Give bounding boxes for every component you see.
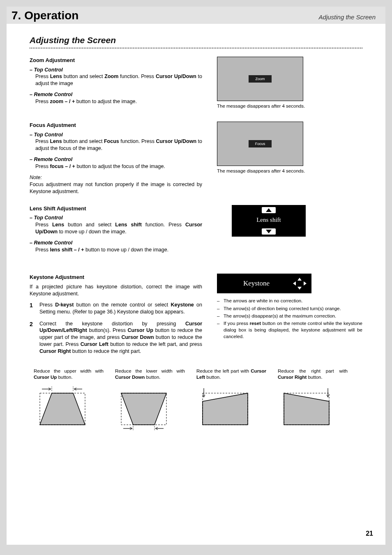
content: Adjusting the Screen Zoom Adjustment – T… — [7, 24, 385, 431]
diagram-4: Reduce the right part with Cursor Right … — [278, 368, 348, 431]
zoom-caption: The message disappears after 4 seconds. — [217, 104, 362, 108]
keystone-bullet-4: If you press reset button on the remote … — [224, 320, 362, 340]
keystone-osd-box: Keystone — [217, 274, 311, 293]
keystone-section: Keystone Adjustment If a projected pictu… — [30, 274, 362, 359]
keystone-steps: 1Press D-keyst button on the remote cont… — [30, 302, 202, 355]
lens-top-label: – Top Control — [30, 214, 202, 221]
focus-section: Focus Adjustment – Top Control Press Len… — [30, 122, 362, 199]
zoom-top-label: – Top Control — [30, 67, 202, 74]
focus-remote-label: – Remote Control — [30, 156, 202, 163]
focus-osd-box: Focus — [217, 122, 303, 166]
header-bar: 7. Operation Adjusting the Screen — [7, 7, 385, 24]
lens-osd-label: Lens shift — [232, 215, 305, 227]
dotted-separator — [30, 48, 362, 48]
lens-remote-body: Press lens shift – / + button to move up… — [30, 246, 202, 253]
focus-top-label: – Top Control — [30, 131, 202, 138]
trapezoid-right-icon — [278, 386, 339, 431]
zoom-section: Zoom Adjustment – Top Control Press Lens… — [30, 57, 362, 116]
lens-top-body: Press Lens button and select Lens shift … — [30, 221, 202, 235]
header-section: Adjusting the Screen — [319, 14, 376, 22]
keystone-arrows-icon — [292, 277, 307, 290]
lens-up-icon — [262, 207, 276, 213]
page: 7. Operation Adjusting the Screen Adjust… — [7, 7, 385, 545]
trapezoid-down-icon — [115, 386, 177, 431]
focus-osd-label: Focus — [249, 140, 272, 147]
zoom-remote-label: – Remote Control — [30, 91, 202, 98]
trapezoid-up-icon — [34, 386, 95, 431]
section-title: Adjusting the Screen — [30, 35, 362, 45]
focus-remote-body: Press focus – / + button to adjust the f… — [30, 163, 202, 170]
keystone-bullet-3: The arrow(s) disappear(s) at the maximum… — [224, 313, 336, 319]
zoom-osd-label: Zoom — [249, 75, 271, 83]
keystone-osd-label: Keystone — [221, 279, 292, 288]
focus-heading: Focus Adjustment — [30, 122, 202, 129]
zoom-osd-box: Zoom — [217, 57, 303, 101]
svg-marker-13 — [203, 393, 248, 425]
focus-caption: The message disappears after 4 seconds. — [217, 168, 362, 173]
lens-down-icon — [262, 228, 276, 235]
page-number: 21 — [366, 530, 373, 537]
zoom-heading: Zoom Adjustment — [30, 57, 202, 64]
keystone-bullet-2: The arrow(s) of direction being correcte… — [224, 305, 341, 312]
zoom-remote-body: Press zoom – / + button to adjust the im… — [30, 98, 202, 105]
diagram-3: Reduce the left part with Cursor Left bu… — [196, 368, 266, 431]
zoom-top-body: Press Lens button and select Zoom functi… — [30, 73, 202, 87]
keystone-bullets: –The arrows are white in no correction. … — [217, 297, 362, 340]
svg-marker-16 — [284, 393, 329, 425]
lens-heading: Lens Shift Adjustment — [30, 205, 202, 212]
diagrams-row: Reduce the upper width with Cursor Up bu… — [30, 368, 362, 431]
focus-top-body: Press Lens button and select Focus funct… — [30, 138, 202, 152]
keystone-intro: If a projected picture has keystone dist… — [30, 283, 202, 297]
lens-osd-box: Lens shift — [232, 205, 306, 237]
trapezoid-left-icon — [196, 386, 258, 431]
focus-note-text: Focus adjustment may not function proper… — [30, 181, 202, 195]
keystone-step-1: Press D-keyst button on the remote contr… — [39, 302, 202, 315]
keystone-bullet-1: The arrows are white in no correction. — [224, 297, 302, 304]
lens-section: Lens Shift Adjustment – Top Control Pres… — [30, 205, 362, 258]
svg-marker-6 — [121, 393, 166, 425]
keystone-step-2: Correct the keystone distortion by press… — [39, 320, 202, 355]
lens-remote-label: – Remote Control — [30, 240, 202, 246]
svg-marker-4 — [40, 393, 85, 425]
diagram-2: Reduce the lower width with Cursor Down … — [115, 368, 185, 431]
diagram-1: Reduce the upper width with Cursor Up bu… — [34, 368, 104, 431]
chapter-title: 7. Operation — [12, 9, 78, 22]
focus-note-label: Note: — [30, 174, 202, 181]
keystone-heading: Keystone Adjustment — [30, 274, 202, 281]
